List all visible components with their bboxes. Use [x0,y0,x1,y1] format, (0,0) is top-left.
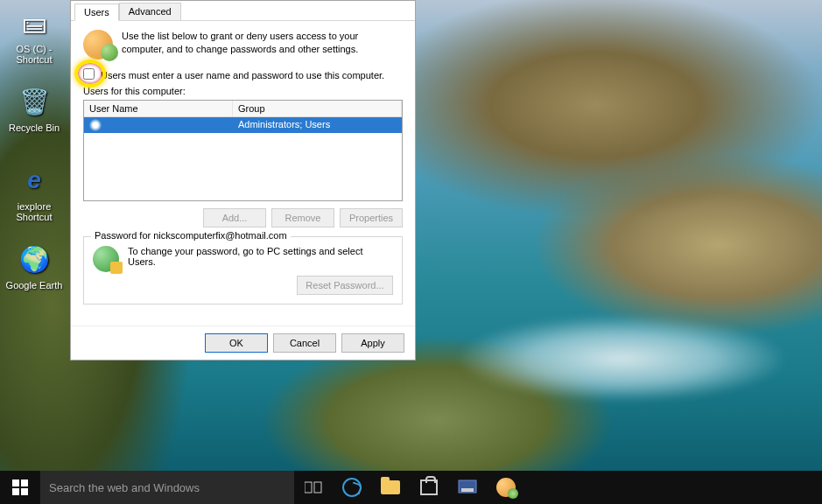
properties-button: Properties [340,208,403,228]
recycle-bin-icon: 🗑️ [17,84,52,119]
task-view-button[interactable] [294,471,333,504]
users-listbox[interactable]: User Name Group Administrators; Users [83,100,403,201]
store-icon [420,480,438,495]
password-icon [93,246,119,272]
desktop-icon-iexplore[interactable]: e iexplore Shortcut [4,163,65,222]
edge-icon [342,478,362,497]
reset-password-button: Reset Password... [297,276,393,295]
ok-button[interactable]: OK [205,333,268,353]
users-list-header: User Name Group [84,101,402,117]
remove-user-button: Remove [271,208,334,228]
windows-logo-icon [12,480,28,495]
user-row-icon [89,119,102,131]
svg-rect-3 [461,488,474,492]
user-accounts-taskbar-icon [496,478,516,497]
store-button[interactable] [410,471,448,504]
cell-username [84,117,233,133]
add-user-button: Add... [203,208,266,228]
cancel-button[interactable]: Cancel [273,333,336,353]
svg-rect-0 [305,482,312,493]
password-groupbox: Password for nickscomputerfix@hotmail.co… [83,236,403,304]
ie-icon: e [17,163,52,198]
require-password-row: Users must enter a user name and passwor… [83,68,403,80]
users-icon [83,30,113,60]
tab-users[interactable]: Users [74,4,119,21]
tab-strip: Users Advanced [71,1,415,21]
intro-text: Use the list below to grant or deny user… [122,30,403,60]
desktop-icon-os-c[interactable]: 🖴 OS (C) - Shortcut [4,5,65,65]
folder-icon [381,480,400,494]
users-list-label: Users for this computer: [83,86,403,96]
desktop-icon-recycle-bin[interactable]: 🗑️ Recycle Bin [4,84,65,133]
search-placeholder-text: Search the web and Windows [49,481,200,494]
desktop-icon-label: Recycle Bin [4,122,65,133]
col-header-group[interactable]: Group [233,101,402,116]
edge-button[interactable] [333,471,371,504]
user-buttons-row: Add... Remove Properties [83,208,403,228]
desktop-icon-google-earth[interactable]: 🌍 Google Earth [4,242,65,290]
users-list-row[interactable]: Administrators; Users [84,117,402,133]
drive-icon: 🖴 [17,5,52,40]
require-password-text: Users must enter a user name and passwor… [101,70,384,80]
taskbar-app-2[interactable] [487,471,525,504]
require-password-label[interactable]: Users must enter a user name and passwor… [83,70,384,80]
desktop-icon-label: OS (C) - Shortcut [4,44,65,65]
task-view-icon [305,480,322,494]
start-button[interactable] [0,471,40,504]
svg-rect-1 [314,482,321,493]
intro-row: Use the list below to grant or deny user… [83,30,403,60]
col-header-username[interactable]: User Name [84,101,233,116]
desktop-icon-label: iexplore Shortcut [4,201,65,222]
apply-button[interactable]: Apply [341,333,404,353]
taskbar-search[interactable]: Search the web and Windows [40,471,294,504]
cell-group: Administrators; Users [233,117,402,133]
wallpaper-foam [455,315,788,402]
user-accounts-dialog: Users Advanced Use the list below to gra… [70,0,416,360]
taskbar-app-1[interactable] [448,471,487,504]
google-earth-icon: 🌍 [17,242,52,276]
dialog-footer: OK Cancel Apply [71,326,415,360]
password-legend: Password for nickscomputerfix@hotmail.co… [91,230,291,241]
users-panel: Use the list below to grant or deny user… [71,21,415,313]
file-explorer-button[interactable] [371,471,410,504]
password-text: To change your password, go to PC settin… [128,246,393,267]
desktop-icon-label: Google Earth [4,280,65,290]
taskbar: Search the web and Windows [0,471,822,504]
app-icon [458,480,477,495]
tab-advanced[interactable]: Advanced [119,3,181,20]
require-password-checkbox[interactable] [83,68,95,80]
